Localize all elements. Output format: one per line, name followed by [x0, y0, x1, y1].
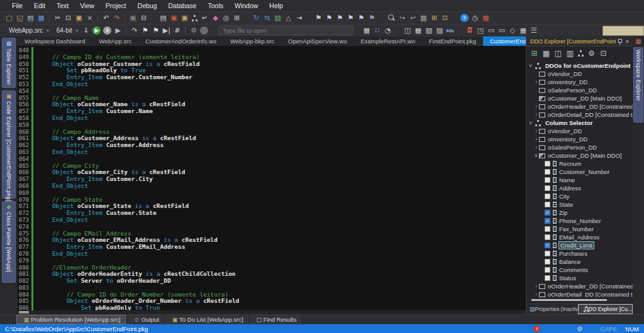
data-table-icon[interactable]: ▦	[518, 26, 528, 36]
chevron-right-icon[interactable]: ›	[533, 112, 539, 117]
menu-file[interactable]: File	[6, 0, 28, 11]
tab-workspace-dashboard[interactable]: Workspace Dashboard	[18, 36, 92, 46]
webapp-preview-icon[interactable]: ▭	[486, 26, 496, 36]
grid-dots-icon[interactable]: ∷	[372, 26, 382, 36]
debug-settings-icon[interactable]: ⚙	[188, 26, 199, 36]
tree-item-oinventory-dd[interactable]: ›oInventory_DD	[526, 78, 633, 86]
print-icon[interactable]: ⊟	[138, 13, 149, 23]
file-search-input[interactable]	[218, 26, 353, 35]
tree-item-oorderheader-dd-constrained-to-ocu[interactable]: ›oOrderHeader_DD [Constrained to oCu	[526, 282, 633, 290]
new-file-icon[interactable]: ▢	[4, 13, 14, 23]
chevron-down-icon[interactable]: ∨	[533, 153, 539, 158]
panel-tab-properties-inactiv-[interactable]: ▤Properties (Inactiv...	[526, 304, 578, 314]
new-from-template-icon[interactable]: ⊞	[231, 13, 242, 23]
dashboard-icon[interactable]: ▣	[169, 13, 179, 23]
tree-item-purchases[interactable]: Purchases	[526, 249, 633, 258]
ddo-window-icon[interactable]: ◫	[552, 48, 564, 58]
checkbox-unchecked[interactable]	[545, 226, 550, 232]
workspace-organize-icon[interactable]	[191, 15, 198, 21]
save-all-icon[interactable]: ▦	[36, 13, 47, 23]
tree-item-recnum[interactable]: Recnum	[526, 160, 633, 168]
tree-item-ocustomer-dd-main-ddo-[interactable]: oCustomer_DD [Main DDO]	[526, 94, 633, 102]
find-next-icon[interactable]: ↪	[397, 13, 408, 23]
checkbox-unchecked[interactable]	[545, 194, 550, 199]
menu-view[interactable]: View	[74, 0, 100, 11]
checkbox-unchecked[interactable]	[545, 177, 550, 183]
scrollbar-thumb[interactable]	[531, 299, 607, 301]
workspace-explorer-icon[interactable]: ▦	[635, 38, 641, 45]
pin-icon[interactable]	[618, 38, 623, 45]
tree-item-oorderdetail-dd-constrained-to-oord[interactable]: ›oOrderDetail_DD [Constrained to oOrd	[526, 111, 633, 119]
tab-examplerestapi-wo[interactable]: ExampleRestAPI.wo	[353, 36, 422, 46]
menu-project[interactable]: Project	[100, 0, 132, 11]
redo-icon[interactable]: ↷	[111, 13, 122, 23]
line-numbers-icon[interactable]: #	[172, 26, 182, 36]
tree-item-ovendor-dd[interactable]: ›oVendor_DD	[526, 127, 633, 135]
checkbox-unchecked[interactable]	[545, 169, 550, 175]
next-bookmark-icon[interactable]: ⚑	[324, 13, 335, 23]
database-icon[interactable]: ◫	[402, 26, 413, 36]
checkbox-unchecked[interactable]	[545, 267, 550, 273]
alert-icon[interactable]: △	[283, 13, 294, 23]
checkbox-unchecked[interactable]	[545, 275, 550, 281]
checkbox-unchecked[interactable]	[545, 251, 550, 256]
restore-window-icon[interactable]: ◳	[475, 26, 486, 36]
find-replace-icon[interactable]: ▥	[418, 13, 429, 23]
tab-customerandorderinfo-wo[interactable]: CustomerAndOrderInfo.wo	[138, 36, 223, 46]
delete-icon[interactable]: ×	[84, 13, 95, 23]
find-in-workspace-icon[interactable]: ◎	[221, 13, 231, 23]
chevron-right-icon[interactable]: ›	[533, 292, 539, 297]
ddo-hierarchy-icon[interactable]	[577, 50, 584, 57]
cascade-windows-icon[interactable]: ▤	[158, 13, 169, 23]
bottom-tab-output[interactable]: ⊙Output	[127, 315, 164, 324]
checkbox-unchecked[interactable]	[545, 161, 550, 166]
project-dropdown[interactable]: WebApp.src ▾	[4, 26, 52, 36]
goto-icon[interactable]: ↵	[199, 13, 210, 23]
chevron-right-icon[interactable]: ›	[533, 145, 539, 150]
tree-item-zip[interactable]: ✓Zip	[526, 209, 633, 217]
find-prev-icon[interactable]: ↩	[408, 13, 418, 23]
tree-item-state[interactable]: State	[526, 200, 633, 209]
menu-help[interactable]: Help	[264, 0, 289, 11]
scrollbar-thumb[interactable]	[19, 311, 29, 314]
search-icon[interactable]	[387, 14, 396, 22]
undo-icon[interactable]: ↶	[101, 13, 111, 23]
menu-edit[interactable]: Edit	[28, 0, 51, 11]
tab-webapp-src[interactable]: WebApp.src	[92, 36, 138, 46]
sidebar-tab-workspace-explorer[interactable]: Workspace Explorer	[633, 47, 643, 123]
tree-item-oinventory-dd[interactable]: ›oInventory_DD	[526, 135, 633, 143]
table-chart-icon[interactable]: ▨	[434, 26, 445, 36]
checkbox-checked[interactable]: ✓	[545, 243, 550, 248]
tab-openapispecview-wo[interactable]: OpenApiSpecView.wo	[281, 36, 353, 46]
code-editor[interactable]: 048049 // Campo ID do Customer (somente …	[18, 46, 526, 314]
toggle-breakpoint-icon[interactable]: ⚑	[140, 26, 150, 36]
clear-breakpoints-icon[interactable]: ⚑	[150, 26, 161, 36]
step-icon[interactable]: ▶	[113, 26, 123, 36]
globe-icon[interactable]: ◔	[382, 26, 393, 36]
tree-item-fax-number[interactable]: Fax_Number	[526, 225, 633, 233]
refresh-icon[interactable]: ↻	[251, 13, 262, 23]
stop-icon[interactable]	[200, 26, 208, 35]
add-ddo-icon[interactable]: ⊞	[528, 48, 540, 58]
tree-item-customer-number[interactable]: Customer_Number	[526, 168, 633, 176]
tree-item-balance[interactable]: Balance	[526, 258, 633, 266]
tree-item-city[interactable]: City	[526, 192, 633, 200]
toggle-bookmark-icon[interactable]: ⚑	[313, 13, 324, 23]
checkbox-unchecked[interactable]	[545, 234, 550, 240]
bottom-tab-to-do-list-webapp-src-[interactable]: ▣To Do List [WebApp.src]	[165, 315, 248, 324]
paste-icon[interactable]: ▣	[74, 13, 84, 23]
sql-icon[interactable]: SQL	[445, 26, 455, 36]
cut-icon[interactable]: ✂	[52, 13, 63, 23]
pause-icon[interactable]: ‖	[103, 26, 111, 35]
checkbox-checked[interactable]: ✓	[545, 218, 550, 224]
recent-icon[interactable]: ◷	[470, 13, 480, 23]
breakpoint-window-icon[interactable]: ◘	[464, 26, 475, 36]
tree-item-ovendor-dd[interactable]: oVendor_DD	[526, 70, 633, 78]
list-view-icon[interactable]: ☰	[528, 26, 539, 36]
copy-icon[interactable]: ⊡	[63, 13, 74, 23]
tree-item-ddos-for-ocustomerendpoint[interactable]: ∨DDOs for oCustomerEndpoint	[526, 62, 633, 70]
sync-icon[interactable]: ⇆	[262, 13, 272, 23]
table-editor-icon[interactable]: ▦	[413, 26, 423, 36]
arch-dropdown[interactable]: 64-bit ▾	[52, 26, 81, 36]
table-view-icon[interactable]: ▦	[361, 26, 372, 36]
